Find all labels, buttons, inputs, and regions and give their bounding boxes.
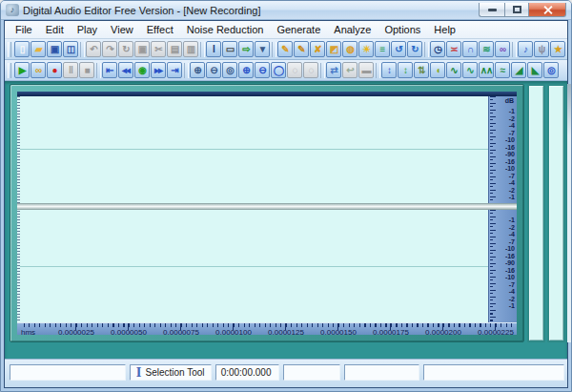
stop-icon: ■ [84,63,89,77]
record-button[interactable]: ● [47,62,62,78]
toolbar-grip[interactable] [8,63,11,78]
close-button[interactable] [529,3,566,17]
status-tool-panel: I Selection Tool [130,364,212,381]
tuning-fork-button[interactable]: ψ [534,41,549,57]
zoom-next-icon: ◌ [309,63,314,77]
loop-rewind-button[interactable]: ↺ [391,41,406,57]
timeline-ruler[interactable]: hms 0.00000250.00000500.00000750.0000100… [17,322,517,335]
new-file-button[interactable]: ▯ [14,41,30,57]
db-tick-label: -16 [505,267,515,274]
menu-help[interactable]: Help [427,22,462,37]
envelope-wave-button[interactable]: ∿ [446,62,461,78]
menu-view[interactable]: View [104,22,140,37]
undo-button: ↶ [86,41,101,57]
db-tick-label: -1 [509,108,515,114]
menu-effect[interactable]: Effect [140,22,180,37]
menu-options[interactable]: Options [378,22,427,37]
normalize-wave-button[interactable]: ∿ [462,62,478,78]
loop-forward-button[interactable]: ↻ [407,41,422,57]
db-tick-label: -2 [509,224,515,231]
zoom-next-button: ◌ [303,62,318,78]
trim-selection-button[interactable]: ▭ [222,41,237,57]
adjust-cursor-button[interactable]: ⇅ [414,62,429,78]
counter-button[interactable]: ≍ [446,41,461,57]
go-to-end-button[interactable]: ⇥ [167,62,182,78]
title-bar[interactable]: ♪ Digital Audio Editor Free Version - [N… [1,1,571,20]
db-tick-label: -16 [505,144,515,151]
save-file-button[interactable]: ▣ [47,41,62,57]
menu-noise-reduction[interactable]: Noise Reduction [180,22,271,37]
zoom-full-button[interactable]: ◯ [271,62,286,78]
vertical-scrollbar[interactable] [567,84,572,342]
play-button[interactable]: ▶ [14,62,30,78]
zoom-in-button[interactable]: ⊕ [238,62,254,78]
fade-out-button[interactable]: ◣ [527,62,542,78]
zoom-out-vertical-button[interactable]: ⊖ [206,62,221,78]
undo-zoom-button: ↩ [342,62,358,78]
flip-vertical-button[interactable]: ↕ [381,62,397,78]
music-note-button[interactable]: ♪ [518,41,533,57]
stamp-tool-button[interactable]: ◩ [326,41,341,57]
alert-bell-button[interactable]: ◍ [342,41,358,57]
minimize-button[interactable] [479,3,504,17]
zoom-in-vertical-button[interactable]: ⊕ [190,62,205,78]
edit-brush-alt-button[interactable]: ✎ [294,41,309,57]
menu-play[interactable]: Play [71,22,104,37]
maximize-button[interactable] [504,3,529,17]
headphones-button[interactable]: ∩ [462,41,478,57]
stretch-vertical-icon: ↕ [403,63,407,77]
db-tick-label: -7 [509,173,515,179]
stopwatch-button[interactable]: ◷ [430,41,445,57]
copy-icon: ▣ [138,42,146,56]
layers-button[interactable]: ≡ [375,41,390,57]
amplify-wave-button[interactable]: ∧∧ [479,62,494,78]
save-as-button[interactable]: ◫ [63,41,78,57]
db-tick-label: -7 [509,130,515,136]
menu-analyze[interactable]: Analyze [327,22,378,37]
fade-in-button[interactable]: ◢ [511,62,526,78]
db-tick-label: -4 [509,231,515,237]
burn-cd-button[interactable]: ◎ [543,62,559,78]
rewind-button[interactable]: ◂◂ [118,62,133,78]
app-window: ♪ Digital Audio Editor Free Version - [N… [0,0,572,392]
new-file-icon: ▯ [20,42,25,56]
timeline-tick-label: 0.0000025 [58,328,94,337]
marker-drop-icon: ▼ [258,42,267,56]
go-to-selection-button[interactable]: ⇨ [238,41,254,57]
zoom-to-selection-button[interactable]: ◎ [222,62,237,78]
voices-button[interactable]: ∞ [495,41,510,57]
swap-channels-button[interactable]: ⇄ [326,62,341,78]
menu-bar: FileEditPlayViewEffectNoise ReductionGen… [5,21,567,39]
stretch-vertical-button[interactable]: ↕ [398,62,413,78]
open-file-button[interactable]: ▰ [31,41,46,57]
db-labels-channel2: -1-2-4-7-10-16-90-16-10-7-4-2-1 [498,217,515,309]
brightness-button[interactable]: ☀ [358,41,374,57]
status-panel-5 [344,364,419,381]
edit-brush-button[interactable]: ✎ [277,41,293,57]
menu-file[interactable]: File [9,22,39,37]
zoom-to-selection-icon: ◎ [226,63,234,77]
marker-drop-button[interactable]: ▼ [255,41,270,57]
menu-generate[interactable]: Generate [270,22,327,37]
plugin-star-button[interactable]: ★ [550,41,565,57]
fast-forward-button[interactable]: ▸▸ [151,62,166,78]
zoom-out-button[interactable]: ⊖ [255,62,270,78]
go-to-start-button[interactable]: ⇤ [102,62,117,78]
channel-divider[interactable] [17,203,517,210]
toolbar-separator [424,42,429,57]
play-looped-button[interactable]: ∞ [31,62,46,78]
toolbar-separator [200,42,205,57]
loudspeaker-button[interactable]: ◖ [430,62,445,78]
play-from-cursor-button[interactable]: ◉ [134,62,150,78]
voices-icon: ∞ [500,42,505,56]
selection-tool-button[interactable]: I [206,41,221,57]
smooth-wave-button[interactable]: ≈ [495,62,510,78]
status-panel-6 [423,364,564,381]
selection-tool-icon: I [213,42,214,56]
db-tick-label: -1 [509,302,515,309]
status-panel-4 [283,364,341,381]
sound-waves-button[interactable]: ≋ [479,41,494,57]
toolbar-grip[interactable] [8,42,11,57]
menu-edit[interactable]: Edit [39,22,71,37]
erase-selection-button[interactable]: ✘ [310,41,325,57]
